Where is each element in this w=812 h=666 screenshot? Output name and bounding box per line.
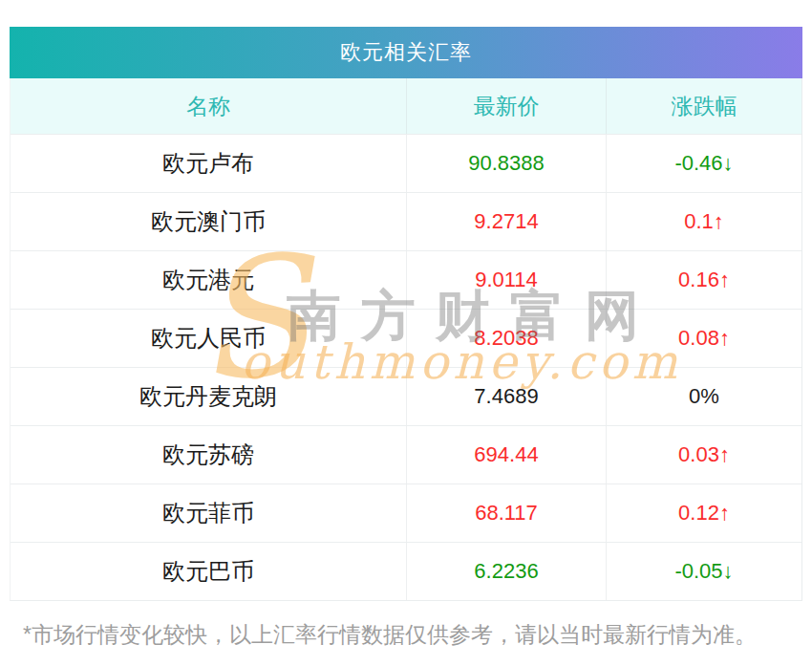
column-header-name: 名称 <box>11 78 406 134</box>
latest-price: 8.2038 <box>406 310 606 367</box>
table-row: 欧元港元9.01140.16↑ <box>11 250 801 309</box>
currency-pair-name: 欧元苏磅 <box>11 426 406 483</box>
table-header-row: 名称 最新价 涨跌幅 <box>11 78 801 134</box>
table-row: 欧元苏磅694.440.03↑ <box>11 425 801 483</box>
table-row: 欧元人民币8.20380.08↑ <box>11 309 801 367</box>
change-percent: 0.03↑ <box>606 426 801 483</box>
rate-table-body: 欧元卢布90.8388-0.46↓欧元澳门币9.27140.1↑欧元港元9.01… <box>11 134 801 600</box>
change-percent: 0% <box>606 368 801 425</box>
column-header-price: 最新价 <box>406 78 606 134</box>
currency-pair-name: 欧元人民币 <box>11 310 406 367</box>
table-title: 欧元相关汇率 <box>340 38 472 67</box>
latest-price: 6.2236 <box>406 543 606 600</box>
latest-price: 68.117 <box>406 484 606 542</box>
table-row: 欧元菲币68.1170.12↑ <box>11 483 801 542</box>
latest-price: 9.0114 <box>406 251 606 309</box>
change-percent: 0.16↑ <box>606 251 801 309</box>
latest-price: 694.44 <box>406 426 606 483</box>
change-percent: 0.12↑ <box>606 484 801 542</box>
currency-pair-name: 欧元巴币 <box>11 543 406 600</box>
change-percent: -0.46↓ <box>606 135 801 192</box>
table-row: 欧元卢布90.8388-0.46↓ <box>11 134 801 192</box>
currency-pair-name: 欧元澳门币 <box>11 193 406 250</box>
table-row: 欧元丹麦克朗7.46890% <box>11 367 801 425</box>
change-percent: -0.05↓ <box>606 543 801 600</box>
column-header-change: 涨跌幅 <box>606 78 801 134</box>
currency-pair-name: 欧元卢布 <box>11 135 406 192</box>
table-row: 欧元澳门币9.27140.1↑ <box>11 192 801 250</box>
latest-price: 90.8388 <box>406 135 606 192</box>
table-row: 欧元巴币6.2236-0.05↓ <box>11 542 801 600</box>
exchange-rate-table: 欧元相关汇率 名称 最新价 涨跌幅 欧元卢布90.8388-0.46↓欧元澳门币… <box>10 27 802 601</box>
table-body-wrap: 名称 最新价 涨跌幅 欧元卢布90.8388-0.46↓欧元澳门币9.27140… <box>10 78 802 601</box>
change-percent: 0.08↑ <box>606 310 801 367</box>
change-percent: 0.1↑ <box>606 193 801 250</box>
page: 欧元相关汇率 名称 最新价 涨跌幅 欧元卢布90.8388-0.46↓欧元澳门币… <box>0 0 812 666</box>
currency-pair-name: 欧元港元 <box>11 251 406 309</box>
footnote: *市场行情变化较快，以上汇率行情数据仅供参考，请以当时最新行情为准。 <box>23 620 757 650</box>
latest-price: 9.2714 <box>406 193 606 250</box>
currency-pair-name: 欧元菲币 <box>11 484 406 542</box>
latest-price: 7.4689 <box>406 368 606 425</box>
table-title-bar: 欧元相关汇率 <box>10 27 802 78</box>
currency-pair-name: 欧元丹麦克朗 <box>11 368 406 425</box>
